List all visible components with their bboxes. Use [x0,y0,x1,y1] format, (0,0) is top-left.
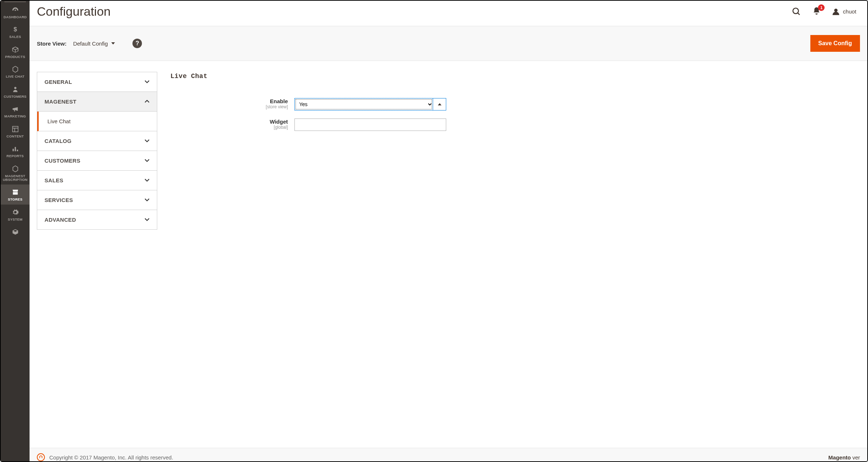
field-enable: Enable [store view] Yes [170,98,860,110]
field-scope: [store view] [170,104,288,109]
subtab-live-chat[interactable]: Live Chat [37,112,157,131]
store-view-switcher[interactable]: Default Config [73,40,115,47]
caret-up-icon [438,103,441,105]
nav-label: MAGENEST UBSCRIPTION [1,174,29,182]
nav-label: MARKETING [4,114,26,118]
username: chuot [843,8,856,15]
scope-bar: Store View: Default Config ? Save Config [30,26,867,61]
page-title: Configuration [37,4,792,19]
scope-label: Store View: [37,40,66,47]
nav-label: DASHBOARD [4,15,27,19]
nav-dashboard[interactable]: DASHBOARD [1,2,30,22]
tab-customers[interactable]: CUSTOMERS [37,151,157,171]
tab-services[interactable]: SERVICES [37,190,157,210]
nav-products[interactable]: PRODUCTS [1,42,30,62]
nav-label: SYSTEM [8,218,22,221]
nav-label: REPORTS [7,154,24,158]
notifications-button[interactable]: 1 [812,7,821,16]
chevron-up-icon [144,99,150,104]
tab-label: CATALOG [45,138,72,144]
layout-icon [11,125,20,133]
hexagon-icon [11,65,20,73]
nav-livechat[interactable]: LIVE CHAT [1,62,30,81]
svg-point-8 [793,8,799,13]
box-icon [11,46,20,54]
nav-label: PRODUCTS [5,55,25,59]
nav-magenest-subscription[interactable]: MAGENEST UBSCRIPTION [1,161,30,185]
tab-label: SERVICES [45,197,73,203]
gauge-icon [11,6,20,14]
tab-label: ADVANCED [45,217,76,223]
scope-value: Default Config [73,40,108,47]
main-area: Configuration 1 chuot Store View: Defaul… [30,1,867,461]
tab-catalog[interactable]: CATALOG [37,131,157,151]
field-scope: [global] [170,125,288,130]
gear-icon [11,208,20,216]
chevron-down-icon [144,139,150,144]
copyright-text: Copyright © 2017 Magento, Inc. All right… [49,454,173,461]
tab-advanced[interactable]: ADVANCED [37,210,157,230]
puzzle-icon [11,228,20,236]
help-icon[interactable]: ? [132,39,142,48]
nav-label: CUSTOMERS [4,95,26,98]
svg-point-1 [14,87,16,89]
section-title: Live Chat [170,73,860,80]
svg-line-9 [798,13,800,15]
svg-point-10 [834,8,838,12]
caret-down-icon [111,42,115,44]
person-icon [11,85,20,93]
version-text: Magento ver [828,454,860,461]
tab-label: MAGENEST [45,98,76,105]
nav-label: SALES [9,35,21,39]
chevron-down-icon [144,217,150,222]
nav-extensions[interactable] [1,224,30,240]
magento-logo-icon [37,453,45,461]
nav-stores[interactable]: STORES [1,185,30,204]
svg-rect-2 [12,126,18,132]
tab-general[interactable]: GENERAL [37,72,157,92]
content-area: GENERAL MAGENEST Live Chat CATALOG CUSTO… [30,61,867,448]
config-tabs: GENERAL MAGENEST Live Chat CATALOG CUSTO… [37,72,157,230]
notification-badge: 1 [818,4,825,11]
nav-reports[interactable]: REPORTS [1,141,30,161]
user-menu[interactable]: chuot [832,8,856,16]
nav-sales[interactable]: $ SALES [1,22,30,42]
tab-label: GENERAL [45,79,72,85]
nav-marketing[interactable]: MARKETING [1,101,30,121]
tab-sales[interactable]: SALES [37,171,157,190]
save-config-button[interactable]: Save Config [810,35,860,52]
megaphone-icon [11,105,20,113]
field-label: Enable [170,98,288,104]
tab-magenest[interactable]: MAGENEST [37,92,157,112]
restore-default-button[interactable] [433,98,446,110]
header-actions: 1 chuot [792,7,856,16]
svg-rect-6 [15,147,16,151]
tab-label: SALES [45,177,63,183]
nav-label: CONTENT [7,135,24,138]
widget-input[interactable] [294,119,446,131]
nav-content[interactable]: CONTENT [1,121,30,141]
enable-select[interactable]: Yes [294,98,433,110]
admin-sidebar: DASHBOARD $ SALES PRODUCTS LIVE CHAT CUS… [1,1,30,461]
field-label: Widget [170,119,288,125]
nav-system[interactable]: SYSTEM [1,205,30,224]
nav-label: STORES [8,198,22,201]
svg-text:$: $ [13,26,17,33]
hexagon-icon [11,165,20,173]
svg-rect-7 [17,150,18,151]
page-header: Configuration 1 chuot [30,1,867,26]
chevron-down-icon [144,198,150,203]
chevron-down-icon [144,158,150,163]
field-widget: Widget [global] [170,119,860,131]
footer: Copyright © 2017 Magento, Inc. All right… [30,448,867,461]
store-icon [11,188,20,196]
nav-label: LIVE CHAT [6,75,24,78]
tab-label: CUSTOMERS [45,158,80,164]
nav-customers[interactable]: CUSTOMERS [1,82,30,101]
bar-chart-icon [11,145,20,153]
chevron-down-icon [144,79,150,85]
dollar-icon: $ [11,26,20,34]
search-icon[interactable] [792,7,801,16]
chevron-down-icon [144,178,150,183]
form-area: Live Chat Enable [store view] Yes [170,72,860,139]
